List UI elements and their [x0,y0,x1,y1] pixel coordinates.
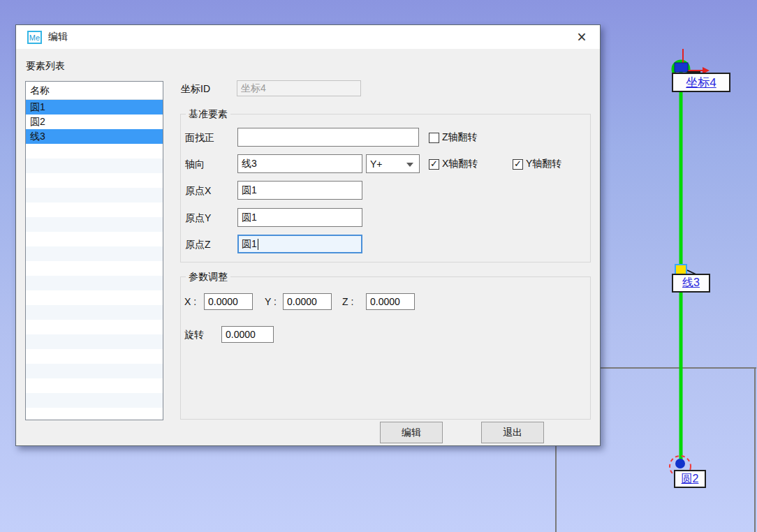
list-empty-row [26,276,163,290]
checkbox-z-flip-label: Z轴翻转 [442,131,478,144]
parameter-adjust-group-label: 参数调整 [186,271,230,283]
list-empty-row [26,334,163,349]
list-empty-row [26,144,163,158]
text-cursor [258,239,259,250]
param-y-input[interactable] [283,293,332,310]
checkbox-y-flip-label: Y轴翻转 [526,158,561,170]
list-item-circle1[interactable]: 圆1 [26,100,163,114]
parameter-adjust-group: 参数调整 X : Y : Z : 旋转 [180,276,591,420]
chevron-down-icon [406,163,413,167]
checkbox-x-flip[interactable]: X轴翻转 [429,158,478,170]
origin-y-label: 原点Y [185,212,211,225]
list-empty-row [26,217,163,232]
list-empty-row [26,246,163,261]
checkbox-unchecked-icon[interactable] [429,133,439,143]
checkbox-y-flip[interactable]: Y轴翻转 [513,158,561,170]
param-x-label: X : [184,296,196,307]
checkbox-x-flip-label: X轴翻转 [442,158,478,170]
axis-direction-select[interactable]: Y+ [366,154,420,173]
coord-id-input [237,80,361,96]
edit-dialog: Me 编辑 × 要素列表 名称 圆1 圆2 线3 [15,24,601,446]
list-empty-row [26,320,163,334]
list-item-circle2[interactable]: 圆2 [26,114,163,129]
origin-y-input[interactable] [237,208,362,227]
base-elements-group: 基准要素 面找正 Z轴翻转 轴向 Y+ X轴翻转 Y轴翻转 原点X [180,114,591,263]
list-empty-row [26,188,163,202]
dialog-title: 编辑 [48,31,68,43]
edit-button[interactable]: 编辑 [380,422,443,443]
list-empty-row [26,232,163,246]
checkbox-checked-icon[interactable] [429,159,439,170]
param-z-label: Z : [342,296,353,307]
axis-label: 轴向 [185,158,205,171]
checkbox-z-flip[interactable]: Z轴翻转 [429,131,478,144]
list-empty-row [26,173,163,188]
list-empty-row [26,261,163,276]
origin-x-label: 原点X [185,185,211,198]
viewport-label-coord4[interactable]: 坐标4 [672,73,730,92]
element-list[interactable]: 名称 圆1 圆2 线3 [25,81,163,420]
list-header-name[interactable]: 名称 [26,82,163,100]
dialog-titlebar[interactable]: Me 编辑 × [16,25,600,49]
rotation-label: 旋转 [184,329,204,341]
viewport-label-line3[interactable]: 线3 [672,274,710,293]
app-icon: Me [27,31,42,44]
param-x-input[interactable] [204,293,253,310]
origin-z-value: 圆1 [242,238,257,251]
viewport-3d: 坐标4 线3 圆2 Me 编辑 × 要素列表 名称 圆1 圆2 线3 [0,0,757,532]
list-empty-row [26,393,163,408]
face-align-input[interactable] [237,128,419,147]
face-align-label: 面找正 [185,132,214,145]
viewport-label-circle2[interactable]: 圆2 [674,470,706,488]
checkbox-checked-icon[interactable] [513,159,523,170]
list-empty-row [26,158,163,173]
list-empty-row [26,305,163,320]
list-empty-row [26,202,163,217]
axis-direction-value: Y+ [370,158,383,170]
origin-x-input[interactable] [237,181,362,200]
origin-z-label: 原点Z [185,239,211,251]
rotation-input[interactable] [221,326,274,343]
close-icon[interactable]: × [572,28,591,46]
list-item-line3[interactable]: 线3 [26,129,163,144]
list-empty-row [26,290,163,305]
base-elements-group-label: 基准要素 [186,108,230,121]
axis-input[interactable] [237,154,362,173]
element-list-label: 要素列表 [26,60,65,73]
coord-id-label: 坐标ID [181,83,210,96]
list-empty-row [26,349,163,364]
origin-z-input[interactable]: 圆1 [237,235,362,253]
param-y-label: Y : [265,296,277,307]
list-empty-row [26,408,163,420]
list-empty-row [26,378,163,393]
list-empty-row [26,364,163,378]
exit-button[interactable]: 退出 [481,422,544,443]
param-z-input[interactable] [366,293,415,310]
